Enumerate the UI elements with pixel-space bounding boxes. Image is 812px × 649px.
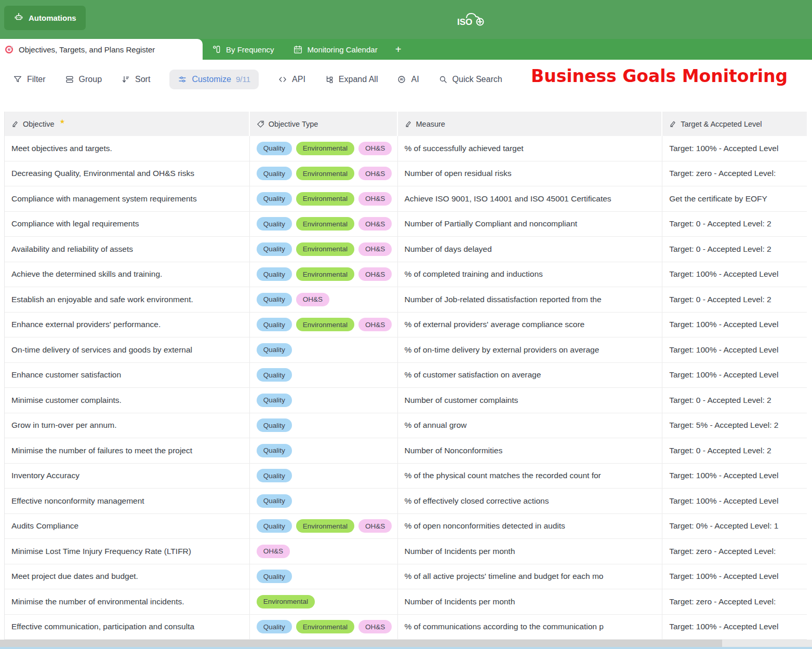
measure-cell[interactable]: % of the physical count matches the reco…	[398, 464, 663, 489]
target-accepted-level-cell[interactable]: Target: 100% - Accepted Level	[662, 262, 807, 287]
objective-type-cell[interactable]: QualityEnvironmentalOH&S	[250, 615, 398, 640]
objective-type-cell[interactable]: QualityEnvironmentalOH&S	[250, 514, 398, 539]
measure-cell[interactable]: Number of Job-related dissatisfaction re…	[398, 287, 663, 312]
measure-cell[interactable]: % of all active projects' timeline and b…	[398, 564, 663, 589]
objective-cell[interactable]: Effective nonconformity management	[5, 489, 250, 513]
measure-cell[interactable]: % of effectively closed corrective actio…	[398, 489, 663, 513]
objective-cell[interactable]: On-time delivery of services and goods b…	[5, 337, 250, 362]
objective-cell[interactable]: Minimise the number of environmental inc…	[5, 589, 250, 614]
column-header-measure[interactable]: Measure	[398, 112, 663, 136]
objective-cell[interactable]: Compliance with management system requir…	[5, 186, 250, 211]
tab-monitoring-calendar[interactable]: Monitoring Calendar	[284, 39, 387, 60]
measure-cell[interactable]: Number of Incidents per month	[398, 589, 663, 614]
measure-cell[interactable]: % of communications according to the com…	[398, 615, 663, 640]
toolbar-group-button[interactable]: Group	[65, 75, 102, 84]
objective-cell[interactable]: Availability and reliability of assets	[5, 237, 250, 262]
target-accepted-level-cell[interactable]: Target: 100% - Accepted Level	[662, 136, 807, 161]
objective-cell[interactable]: Effective communication, participation a…	[5, 615, 250, 640]
measure-cell[interactable]: % of external providers' average complia…	[398, 313, 663, 337]
target-accepted-level-cell[interactable]: Target: 100% - Accepted Level	[662, 337, 807, 362]
objective-cell[interactable]: Achieve the determined skills and traini…	[5, 262, 250, 287]
objective-cell[interactable]: Grow in turn-over per annum.	[5, 413, 250, 438]
objective-type-cell[interactable]: QualityEnvironmentalOH&S	[250, 212, 398, 237]
objective-cell[interactable]: Enhance external providers' performance.	[5, 313, 250, 337]
measure-cell[interactable]: % of customer satisfaction on average	[398, 363, 663, 388]
objective-type-cell[interactable]: QualityEnvironmentalOH&S	[250, 161, 398, 186]
target-accepted-level-cell[interactable]: Target: 0 - Accepted Level: 2	[662, 212, 807, 237]
measure-cell[interactable]: % of open nonconformities detected in au…	[398, 514, 663, 539]
automations-button[interactable]: Automations	[4, 6, 86, 30]
objective-cell[interactable]: Minimise the number of failures to meet …	[5, 438, 250, 463]
target-accepted-level-cell[interactable]: Target: 100% - Accepted Level	[662, 464, 807, 489]
objective-type-cell[interactable]: Quality	[250, 388, 398, 413]
objective-cell[interactable]: Establish an enjoyable and safe work env…	[5, 287, 250, 312]
measure-cell[interactable]: Number of days delayed	[398, 237, 663, 262]
target-accepted-level-cell[interactable]: Target: 0 - Accepted Level: 2	[662, 438, 807, 463]
objective-cell[interactable]: Meet objectives and targets.	[5, 136, 250, 161]
measure-cell[interactable]: % of annual grow	[398, 413, 663, 438]
target-accepted-level-cell[interactable]: Get the certificate by EOFY	[662, 186, 807, 211]
measure-cell[interactable]: % of successfully achieved target	[398, 136, 663, 161]
add-view-tab[interactable]: +	[387, 39, 410, 60]
objective-type-cell[interactable]: QualityEnvironmentalOH&S	[250, 136, 398, 161]
target-accepted-level-cell[interactable]: Target: zero - Accepted Level:	[662, 539, 807, 564]
toolbar-ai-button[interactable]: AIAI	[397, 75, 419, 84]
column-header-objective[interactable]: Objective★	[5, 112, 250, 136]
toolbar-sort-button[interactable]: Sort	[121, 75, 150, 84]
column-header-target-accpeted-level[interactable]: Target & Accpeted Level	[662, 112, 807, 136]
measure-cell[interactable]: Number of Incidents per month	[398, 539, 663, 564]
toolbar-filter-button[interactable]: Filter	[13, 75, 46, 84]
target-accepted-level-cell[interactable]: Target: 100% - Accepted Level	[662, 564, 807, 589]
measure-cell[interactable]: Number of Partially Compliant and noncom…	[398, 212, 663, 237]
target-accepted-level-cell[interactable]: Target: 0 - Accepted Level: 2	[662, 287, 807, 312]
objective-cell[interactable]: Audits Compliance	[5, 514, 250, 539]
objective-cell[interactable]: Inventory Accuracy	[5, 464, 250, 489]
objective-type-cell[interactable]: QualityEnvironmentalOH&S	[250, 186, 398, 211]
target-accepted-level-cell[interactable]: Target: 0 - Accepted Level: 2	[662, 388, 807, 413]
objective-cell[interactable]: Enhance customer satisfaction	[5, 363, 250, 388]
horizontal-scrollbar-track[interactable]	[0, 640, 812, 647]
column-header-objective-type[interactable]: Objective Type	[250, 112, 398, 136]
objective-cell[interactable]: Minimise customer complaints.	[5, 388, 250, 413]
target-accepted-level-cell[interactable]: Target: zero - Accepted Level:	[662, 589, 807, 614]
tab-by-frequency[interactable]: By Frequency	[203, 39, 284, 60]
objective-type-cell[interactable]: Quality	[250, 438, 398, 463]
tab-objectives-targets-and-plans-register[interactable]: Objectives, Targets, and Plans Register	[0, 39, 203, 60]
toolbar-quick-search-button[interactable]: Quick Search	[438, 75, 502, 84]
measure-cell[interactable]: Number of customer complaints	[398, 388, 663, 413]
target-accepted-level-cell[interactable]: Target: 100% - Accepted Level	[662, 615, 807, 640]
target-accepted-level-cell[interactable]: Target: 0 - Accepted Level: 2	[662, 237, 807, 262]
toolbar-expand-all-button[interactable]: Expand All	[325, 75, 378, 84]
objective-type-cell[interactable]: Quality	[250, 564, 398, 589]
target-accepted-level-cell[interactable]: Target: 0% - Accepted Level: 1	[662, 514, 807, 539]
objective-cell[interactable]: Meet project due dates and budget.	[5, 564, 250, 589]
objective-type-cell[interactable]: QualityEnvironmentalOH&S	[250, 313, 398, 337]
target-accepted-level-cell[interactable]: Target: 5% - Accepted Level: 2	[662, 413, 807, 438]
objective-type-cell[interactable]: Quality	[250, 363, 398, 388]
toolbar-customize-button[interactable]: Customize9/11	[169, 70, 259, 89]
measure-cell[interactable]: % of on-time delivery by external provid…	[398, 337, 663, 362]
target-accepted-level-cell[interactable]: Target: zero - Accepted Level:	[662, 161, 807, 186]
objective-type-cell[interactable]: OH&S	[250, 539, 398, 564]
measure-cell[interactable]: Number of open residual risks	[398, 161, 663, 186]
objective-cell[interactable]: Decreasing Quality, Environmental and OH…	[5, 161, 250, 186]
measure-cell[interactable]: % of completed training and inductions	[398, 262, 663, 287]
objective-type-cell[interactable]: Quality	[250, 464, 398, 489]
objective-type-cell[interactable]: QualityOH&S	[250, 287, 398, 312]
measure-cell[interactable]: Number of Nonconformities	[398, 438, 663, 463]
target-accepted-level-cell[interactable]: Target: 100% - Accepted Level	[662, 489, 807, 513]
objective-cell[interactable]: Minimise Lost Time Injury Frequency Rate…	[5, 539, 250, 564]
objective-type-cell[interactable]: QualityEnvironmentalOH&S	[250, 262, 398, 287]
objective-type-cell[interactable]: Quality	[250, 413, 398, 438]
objective-cell[interactable]: Compliance with legal requirements	[5, 212, 250, 237]
target-accepted-level-cell[interactable]: Target: 100% - Accepted Level	[662, 313, 807, 337]
objective-type-cell[interactable]: Environmental	[250, 589, 398, 614]
type-pill-oh-s: OH&S	[296, 293, 329, 306]
objective-type-cell[interactable]: QualityEnvironmentalOH&S	[250, 237, 398, 262]
horizontal-scrollbar-thumb[interactable]	[0, 640, 722, 647]
objective-type-cell[interactable]: Quality	[250, 337, 398, 362]
toolbar-api-button[interactable]: API	[278, 75, 305, 84]
target-accepted-level-cell[interactable]: Target: 100% - Accepted Level	[662, 363, 807, 388]
measure-cell[interactable]: Achieve ISO 9001, ISO 14001 and ISO 4500…	[398, 186, 663, 211]
objective-type-cell[interactable]: Quality	[250, 489, 398, 513]
